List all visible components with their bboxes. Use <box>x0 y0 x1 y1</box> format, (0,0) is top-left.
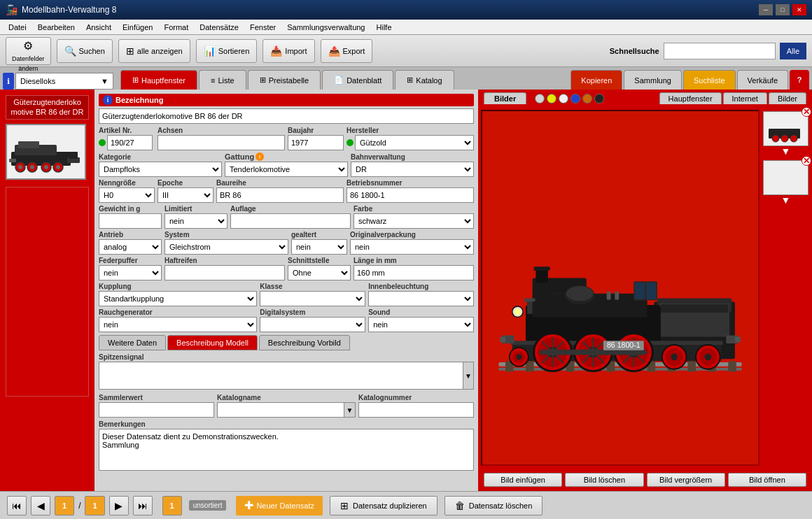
sort-button[interactable]: 📊 Sortieren <box>196 39 258 63</box>
help-button[interactable]: ? <box>790 70 809 90</box>
nav-prev-button[interactable]: ◀ <box>31 496 50 516</box>
thumb-1-down-arrow[interactable]: ▼ <box>763 146 808 156</box>
color-dot-6[interactable] <box>594 94 604 104</box>
thumb-1[interactable] <box>763 111 808 146</box>
alle-button[interactable]: Alle <box>780 43 806 59</box>
menu-datensaetze[interactable]: Datensätze <box>194 22 244 33</box>
menu-hilfe[interactable]: Hilfe <box>371 22 398 33</box>
hersteller-select[interactable]: Gützold <box>355 135 474 150</box>
rauchgenerator-select[interactable]: nein <box>99 317 257 332</box>
tab-liste[interactable]: ≡ Liste <box>199 70 246 90</box>
schnellsuche-input[interactable] <box>664 43 776 59</box>
thumb-1-x-icon[interactable]: ✕ <box>802 107 811 117</box>
katalogname-input[interactable] <box>217 402 344 418</box>
menu-ansicht[interactable]: Ansicht <box>80 22 117 33</box>
minimize-button[interactable]: ─ <box>759 4 773 15</box>
system-select[interactable]: Gleichstrom <box>164 239 288 255</box>
color-dot-2[interactable] <box>547 94 556 104</box>
tab-verkaeufe[interactable]: Verkäufe <box>737 70 788 90</box>
delete-record-button[interactable]: 🗑 Datensatz löschen <box>444 496 543 516</box>
baureihe-input[interactable] <box>216 187 344 203</box>
spitzensignal-input[interactable] <box>99 362 474 390</box>
bild-vergroessern-button[interactable]: Bild vergrößern <box>647 473 725 487</box>
federpuffer-select[interactable]: nein <box>99 265 162 280</box>
gattung-select[interactable]: Tenderlokomotive <box>225 162 348 177</box>
color-dot-1[interactable] <box>535 94 545 104</box>
category-dropdown-btn[interactable]: ℹ <box>3 73 14 90</box>
bild-einfuegen-button[interactable]: Bild einfügen <box>484 473 562 487</box>
color-dot-5[interactable] <box>582 94 592 104</box>
antrieb-select[interactable]: analog <box>99 239 162 255</box>
menu-sammlungsverwaltung[interactable]: Sammlungsverwaltung <box>281 22 370 33</box>
main-image-display[interactable]: 86 1800-1 <box>481 110 760 466</box>
menu-format[interactable]: Format <box>158 22 194 33</box>
nav-last-button[interactable]: ⏭ <box>133 496 153 516</box>
nenngroesse-select[interactable]: H0 <box>99 187 155 203</box>
auflage-input[interactable] <box>230 213 351 229</box>
spitzensignal-scroll[interactable]: ▼ <box>463 362 474 390</box>
bahnverwaltung-select[interactable]: DR <box>351 162 474 177</box>
tab-kopieren[interactable]: Kopieren <box>570 70 622 90</box>
katalognummer-input[interactable] <box>358 402 474 418</box>
klasse-select[interactable] <box>260 291 365 306</box>
gewicht-input[interactable] <box>99 213 162 229</box>
tab-katalog[interactable]: ⊞ Katalog <box>395 70 454 90</box>
menu-einfuegen[interactable]: Einfügen <box>117 22 158 33</box>
epoche-select[interactable]: III <box>158 187 214 203</box>
sammlerwert-input[interactable] <box>99 402 214 418</box>
inner-tab-weitere[interactable]: Weitere Daten <box>99 335 166 350</box>
category-dropdown[interactable]: Dieselloks ▼ <box>15 73 113 90</box>
tab-hauptfenster[interactable]: ⊞ Hauptfenster <box>120 70 197 90</box>
baujahr-input[interactable] <box>288 135 344 150</box>
menu-bearbeiten[interactable]: Bearbeiten <box>32 22 80 33</box>
tab-sammlung[interactable]: Sammlung <box>624 70 682 90</box>
view-tab-bilder-right[interactable]: Bilder <box>769 92 806 104</box>
farbe-select[interactable]: schwarz <box>354 213 474 229</box>
search-button[interactable]: 🔍 Suchen <box>57 39 113 63</box>
import-button[interactable]: 📥 Import <box>262 39 314 63</box>
betriebsnummer-input[interactable] <box>346 187 474 203</box>
close-button[interactable]: ✕ <box>792 4 806 15</box>
innenbeleuchtung-select[interactable] <box>368 291 474 306</box>
color-dot-3[interactable] <box>559 94 568 104</box>
model-thumbnail[interactable] <box>6 124 86 180</box>
kupplung-select[interactable]: Standartkupplung <box>99 291 257 306</box>
duplicate-button[interactable]: ⊞ Datensatz duplizieren <box>330 496 438 516</box>
haftreifen-input[interactable] <box>164 265 285 280</box>
export-button[interactable]: 📤 Export <box>321 39 373 63</box>
inner-tab-beschreibung-vorbild[interactable]: Beschreibung Vorbild <box>259 335 350 350</box>
view-tab-hauptfenster[interactable]: Hauptfenster <box>659 92 722 104</box>
view-tab-internet[interactable]: Internet <box>723 92 767 104</box>
bilder-tab[interactable]: Bilder <box>484 92 526 104</box>
bild-oeffnen-button[interactable]: Bild öffnen <box>728 473 806 487</box>
tab-datenblatt[interactable]: 📄 Datenblatt <box>322 70 393 90</box>
inner-tab-beschreibung-modell[interactable]: Beschreibung Modell <box>167 335 258 350</box>
achsen-input[interactable] <box>158 135 285 150</box>
article-input[interactable] <box>107 135 153 150</box>
bild-loeschen-button[interactable]: Bild löschen <box>565 473 643 487</box>
thumb-2-down-arrow[interactable]: ▼ <box>763 195 808 205</box>
menu-datei[interactable]: Datei <box>3 22 32 33</box>
gealtert-select[interactable]: nein <box>291 239 347 255</box>
maximize-button[interactable]: □ <box>776 4 790 15</box>
limitiert-select[interactable]: nein <box>164 213 227 229</box>
nav-next-button[interactable]: ▶ <box>109 496 129 516</box>
menu-fenster[interactable]: Fenster <box>244 22 281 33</box>
katalogname-dropdown-arrow[interactable]: ▼ <box>344 402 356 418</box>
thumb-2[interactable] <box>763 160 808 195</box>
tab-suchliste[interactable]: Suchliste <box>683 70 736 90</box>
datafields-button[interactable]: ⚙ Datenfelder ändern <box>6 37 51 65</box>
schnittstelle-select[interactable]: Ohne <box>288 265 351 280</box>
sound-select[interactable]: nein <box>368 317 474 332</box>
originalverpackung-select[interactable]: nein <box>350 239 474 255</box>
kategorie-select[interactable]: Dampfloks <box>99 162 222 177</box>
new-record-button[interactable]: ✚ Neuer Datensatz <box>236 496 323 516</box>
digitalsystem-select[interactable] <box>260 317 365 332</box>
tab-preistabelle[interactable]: ⊞ Preistabelle <box>248 70 321 90</box>
show-all-button[interactable]: ⊞ alle anzeigen <box>118 39 190 63</box>
nav-first-button[interactable]: ⏮ <box>7 496 27 516</box>
color-dot-4[interactable] <box>570 94 580 104</box>
laenge-input[interactable] <box>354 265 474 280</box>
thumb-2-x-icon[interactable]: ✕ <box>802 156 811 166</box>
designation-input[interactable] <box>99 108 474 124</box>
